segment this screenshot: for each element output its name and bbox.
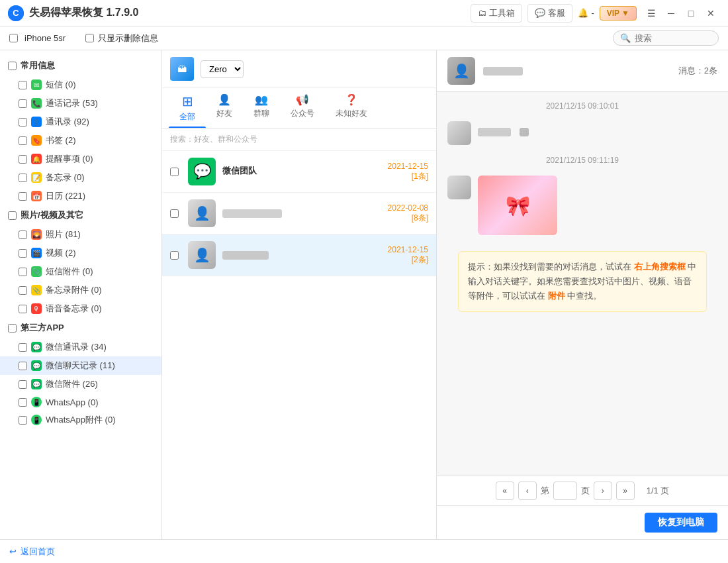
- sidebar-item-wechat-att[interactable]: 💬 微信附件 (26): [0, 375, 161, 393]
- sidebar-item-sms-att[interactable]: 📎 短信附件 (0): [0, 262, 161, 281]
- hint-link-attachment[interactable]: 附件: [548, 291, 565, 301]
- chat-date-3: 2021-12-15: [388, 245, 428, 254]
- bookmarks-icon: 🔖: [31, 135, 42, 146]
- chat-item-wechat-team[interactable]: 💬 微信团队 2021-12-15 [1条]: [162, 151, 436, 193]
- chat-list: 💬 微信团队 2021-12-15 [1条] 👤 2022-02-08: [162, 151, 436, 539]
- chat-item-checkbox-3[interactable]: [170, 251, 179, 260]
- voicememo-checkbox[interactable]: [19, 305, 27, 313]
- hint-link-searchbox[interactable]: 右上角搜索框: [634, 262, 686, 272]
- smsatt-checkbox[interactable]: [19, 268, 27, 276]
- group-media-checkbox[interactable]: [8, 211, 17, 220]
- bell-area[interactable]: 🔔 -: [578, 8, 594, 18]
- sidebar-item-bookmarks[interactable]: 🔖 书签 (2): [0, 131, 161, 150]
- calendar-checkbox[interactable]: [19, 192, 27, 201]
- photos-label: 照片 (81): [46, 229, 81, 240]
- titlebar: C 失易得苹果恢复 1.7.9.0 🗂 工具箱 💬 客服 🔔 - VIP ▼ ☰…: [0, 0, 728, 26]
- group-thirdparty-label: 第三方APP: [21, 322, 64, 334]
- menu-button[interactable]: ☰: [642, 6, 660, 21]
- memoatt-checkbox[interactable]: [19, 286, 27, 295]
- chat-item-2[interactable]: 👤 2022-02-08 [8条]: [162, 193, 436, 234]
- right-name-blurred: [483, 67, 523, 76]
- wechat-chats-icon: 💬: [31, 360, 42, 371]
- sidebar-item-calendar[interactable]: 📅 日历 (221): [0, 187, 161, 205]
- restore-button[interactable]: 恢复到电脑: [645, 513, 717, 533]
- notes-checkbox[interactable]: [19, 174, 27, 182]
- whatsapp-att-checkbox[interactable]: [19, 416, 27, 425]
- search-hint: 搜索：好友、群和公众号: [162, 128, 436, 151]
- sidebar-item-reminders[interactable]: 🔔 提醒事项 (0): [0, 150, 161, 168]
- tab-groups[interactable]: 👥 群聊: [243, 88, 280, 128]
- app-title: 失易得苹果恢复 1.7.9.0: [29, 6, 471, 20]
- whatsapp-checkbox[interactable]: [19, 398, 27, 407]
- sidebar-item-photos[interactable]: 🌄 照片 (81): [0, 225, 161, 244]
- page-first-button[interactable]: «: [496, 482, 514, 500]
- right-avatar: 👤: [447, 57, 475, 85]
- tab-groups-icon: 👥: [255, 93, 268, 106]
- sidebar-item-wechat-chats[interactable]: 💬 微信聊天记录 (11): [0, 356, 161, 375]
- group-common-checkbox[interactable]: [8, 62, 17, 70]
- sms-checkbox[interactable]: [19, 81, 27, 89]
- sidebar-item-contacts[interactable]: 👤 通讯录 (92): [0, 113, 161, 131]
- filter-checkbox[interactable]: [85, 34, 94, 42]
- videos-label: 视频 (2): [46, 247, 76, 259]
- search-input[interactable]: [635, 33, 714, 43]
- wechat-team-avatar: 💬: [188, 158, 216, 185]
- sidebar-item-sms[interactable]: ✉ 短信 (0): [0, 76, 161, 94]
- bookmarks-checkbox[interactable]: [19, 136, 27, 145]
- chat-date-1: 2021-12-15: [388, 162, 428, 171]
- wechat-att-checkbox[interactable]: [19, 380, 27, 389]
- photos-checkbox[interactable]: [19, 230, 27, 239]
- device-checkbox[interactable]: [9, 34, 18, 42]
- calls-icon: 📞: [31, 98, 42, 109]
- sidebar-item-notes[interactable]: 📝 备忘录 (0): [0, 168, 161, 187]
- tab-official[interactable]: 📢 公众号: [280, 88, 325, 128]
- sidebar-item-voice-memo[interactable]: 🎙 语音备忘录 (0): [0, 299, 161, 318]
- memoatt-icon: 📎: [31, 285, 42, 295]
- sidebar-item-whatsapp-att[interactable]: 📱 WhatsApp附件 (0): [0, 411, 161, 429]
- chat-item-right-3: 2021-12-15 [2条]: [388, 245, 428, 266]
- tab-all[interactable]: ⊞ 全部: [169, 88, 206, 128]
- reminders-checkbox[interactable]: [19, 155, 27, 164]
- minimize-button[interactable]: ─: [662, 6, 680, 21]
- voicememo-icon: 🎙: [31, 303, 42, 314]
- sidebar-item-memo-att[interactable]: 📎 备忘录附件 (0): [0, 281, 161, 299]
- page-number-input[interactable]: [553, 482, 577, 500]
- back-button[interactable]: ↩ 返回首页: [9, 546, 55, 558]
- tab-friends[interactable]: 👤 好友: [206, 88, 243, 128]
- chat-item-3[interactable]: 👤 2021-12-15 [2条]: [162, 234, 436, 276]
- toolbar-button[interactable]: 🗂 工具箱: [471, 4, 522, 23]
- videos-icon: 🎬: [31, 248, 42, 258]
- service-button[interactable]: 💬 客服: [527, 4, 572, 23]
- page-prev-button[interactable]: ‹: [518, 482, 537, 500]
- tab-unknown[interactable]: ❓ 未知好友: [325, 88, 378, 128]
- wechat-chats-checkbox[interactable]: [19, 362, 27, 370]
- chat-item-right-1: 2021-12-15 [1条]: [388, 162, 428, 182]
- search-box[interactable]: 🔍: [613, 30, 719, 46]
- close-button[interactable]: ✕: [702, 6, 720, 21]
- chat-item-content-1: 微信团队: [222, 165, 381, 178]
- center-header: 🏔 Zero: [162, 50, 436, 88]
- sidebar-item-videos[interactable]: 🎬 视频 (2): [0, 244, 161, 262]
- videos-checkbox[interactable]: [19, 249, 27, 258]
- right-panel: 👤 消息：2条 2021/12/15 09:10:01 2021/12/15 0…: [437, 50, 728, 539]
- calls-checkbox[interactable]: [19, 99, 27, 108]
- sms-icon: ✉: [31, 79, 42, 90]
- contacts-checkbox[interactable]: [19, 118, 27, 127]
- wechat-contacts-label: 微信通讯录 (34): [46, 341, 107, 353]
- group-thirdparty-checkbox[interactable]: [8, 324, 17, 333]
- app-logo: C: [8, 5, 24, 21]
- whatsapp-icon: 📱: [31, 397, 42, 407]
- chat-avatar-2: 👤: [188, 199, 216, 227]
- sidebar-item-calls[interactable]: 📞 通话记录 (53): [0, 94, 161, 113]
- chat-item-checkbox-2[interactable]: [170, 209, 179, 218]
- reminders-label: 提醒事项 (0): [46, 153, 93, 165]
- page-last-button[interactable]: »: [616, 482, 635, 500]
- sidebar-item-wechat-contacts[interactable]: 💬 微信通讯录 (34): [0, 338, 161, 356]
- chat-item-checkbox-1[interactable]: [170, 168, 179, 176]
- sidebar-item-whatsapp[interactable]: 📱 WhatsApp (0): [0, 393, 161, 411]
- vip-button[interactable]: VIP ▼: [600, 6, 637, 21]
- maximize-button[interactable]: □: [682, 6, 700, 21]
- page-next-button[interactable]: ›: [594, 482, 612, 500]
- account-select[interactable]: Zero: [201, 60, 244, 78]
- wechat-contacts-checkbox[interactable]: [19, 343, 27, 352]
